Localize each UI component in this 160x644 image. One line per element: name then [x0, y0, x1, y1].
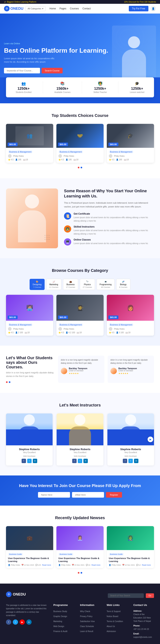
browse-course-card-2[interactable]: 👩‍🎓 $65.00 Business & Management Philip …	[56, 295, 104, 336]
dot-1[interactable]	[78, 167, 79, 168]
footer-search-input[interactable]	[108, 593, 144, 598]
news-body-3: Business Guide User Experience The Begin…	[107, 550, 154, 568]
why-item-certificate: 📜 Get Certificate Lorem ipsum dolor sit …	[64, 212, 154, 222]
footer-link-why-check[interactable]: Why Check	[80, 610, 90, 612]
footer-link-about[interactable]: About Us	[107, 625, 115, 628]
top-course-card-1[interactable]: 👥 $65.00 Business & Management Philip Ho…	[6, 124, 53, 163]
test-dot-2[interactable]	[9, 381, 10, 383]
browse-course-img-3: 👩 $65.00	[107, 295, 154, 321]
news-read-more-3[interactable]: Read more	[142, 564, 151, 566]
facebook-icon-1[interactable]: f	[22, 459, 26, 463]
footer-link-class-schedule[interactable]: Class Schedule	[80, 625, 94, 628]
instructors-title: Let's Meet Instructors	[6, 403, 154, 408]
instructor-role-1: Very Excellent	[8, 451, 50, 454]
test-dot-1[interactable]	[6, 381, 8, 383]
footer-link-privacy[interactable]: Privacy Policy	[80, 615, 92, 618]
browse-course-img-1: 👩‍💻 $65.00	[6, 295, 53, 321]
top-course-card-3[interactable]: 🎓 $65.00 Business & Management Philip Ho…	[107, 124, 154, 163]
user-icon[interactable]: 👤	[150, 6, 156, 11]
facebook-icon-2[interactable]: f	[72, 459, 76, 463]
cat-physics[interactable]: 🔭 Physics 27 Courses	[80, 279, 95, 290]
stat-students-num: 1250k+	[16, 86, 31, 91]
footer-link-admission[interactable]: Admission	[107, 630, 116, 632]
footer-link-notice[interactable]: Notice Board	[107, 615, 118, 618]
news-meta-2: 👤 Philip Holes 📅 15 Nov 2021 💬 16 Read m…	[58, 564, 102, 566]
browse-course-card-3[interactable]: 👩 $65.00 Business & Management Philip Ho…	[107, 295, 154, 336]
cat-business[interactable]: 💼 Business 17 Courses	[63, 279, 78, 290]
test-name-1: Backlay Tampson	[69, 367, 88, 370]
programming-icon: 💻	[104, 280, 107, 283]
cat-biology[interactable]: 🧬 Biology 8 Courses	[116, 279, 130, 290]
instructor-card-2[interactable]: Stephne Roberts Very Excellent Web Devel…	[57, 414, 103, 466]
footer-link-marketing[interactable]: Marketing	[53, 620, 62, 622]
instructor-card-3[interactable]: Stephne Roberts Very Excellent Web Devel…	[107, 414, 154, 466]
twitter-icon-2[interactable]: t	[78, 459, 82, 463]
cat-marketing[interactable]: 📈 Marketing 11 Courses	[46, 279, 61, 290]
news-dots	[6, 572, 154, 574]
footer-description: The passage is attributed to a stan law …	[6, 604, 47, 617]
testimonials-section: Let's What Our Students says about Ours …	[0, 346, 160, 393]
browse-avatar-3	[109, 327, 112, 331]
footer-search-button[interactable]: Go	[146, 593, 154, 598]
hero-search-button[interactable]: Search Course	[42, 68, 63, 74]
footer-youtube-icon[interactable]: ▶	[20, 620, 25, 625]
news-read-more-2[interactable]: Read more	[92, 564, 101, 566]
stat-divider-3	[118, 81, 118, 93]
news-card-2[interactable]: 👩‍💼 Business Guide User Experience The B…	[56, 526, 104, 568]
dot-2[interactable]	[81, 167, 82, 168]
news-card-1[interactable]: 💼 Business Guide User Experience The Beg…	[6, 526, 53, 568]
footer-link-support[interactable]: Term & Support	[107, 610, 120, 612]
nav-link-contact[interactable]: Contact	[83, 7, 91, 10]
cta-register-button[interactable]: Register	[106, 492, 122, 498]
svg-point-4	[47, 235, 47, 236]
svg-point-9	[45, 239, 45, 240]
nav-link-courses[interactable]: Courses	[70, 7, 79, 10]
footer-link-web-design[interactable]: Web Design	[53, 625, 64, 628]
footer-twitter-icon[interactable]: t	[13, 620, 18, 625]
twitter-icon-1[interactable]: t	[27, 459, 32, 463]
instructor-body-2: Stephne Roberts Very Excellent Web Devel…	[57, 445, 103, 466]
logo-icon: O	[4, 6, 10, 11]
news-dot-2[interactable]	[81, 572, 82, 574]
logo[interactable]: O ONEDU	[4, 6, 23, 11]
news-tag-2: Business Guide	[58, 553, 73, 556]
footer-link-learn-result[interactable]: Learn & Result	[80, 630, 93, 632]
footer-link-satisfaction[interactable]: Satisfaction Vow	[80, 620, 95, 622]
linkedin-icon-1[interactable]: in	[33, 459, 37, 463]
cat-designing[interactable]: 🎨 Designing 7 Courses	[30, 279, 44, 290]
browse-course-card-1[interactable]: 👩‍💻 $65.00 Business & Management Philip …	[6, 295, 53, 336]
course-body-3: Business & Management Philip Holes ⭐ 4.5…	[107, 148, 154, 163]
course-students-2: 👤 195	[66, 158, 72, 161]
top-course-card-2[interactable]: 🤝 $65.00 Business & Management Philip Ho…	[56, 124, 104, 163]
footer-link-finance[interactable]: Finance & Audit	[53, 630, 67, 632]
facebook-icon-3[interactable]: f	[123, 459, 127, 463]
instructor-next-button[interactable]: ▶	[148, 436, 153, 442]
footer-link-item: Term & Support	[107, 609, 127, 613]
footer-facebook-icon[interactable]: f	[6, 620, 11, 625]
news-dot-1[interactable]	[78, 572, 79, 574]
cta-section: Have You Interest To Join Our Course Ple…	[0, 476, 160, 506]
nav-link-home[interactable]: Home	[50, 7, 56, 10]
try-free-button[interactable]: Try For Free	[129, 6, 148, 11]
news-tag-3: Business Guide	[109, 553, 124, 556]
category-tabs: 🎨 Designing 7 Courses 📈 Marketing 11 Cou…	[6, 279, 154, 290]
linkedin-icon-3[interactable]: in	[134, 459, 138, 463]
footer-socials: f t ▶ in	[6, 620, 47, 625]
instructor-card-1[interactable]: Stephne Roberts Very Excellent Web Devel…	[6, 414, 53, 466]
news-card-3[interactable]: 👩‍🏫 Business Guide User Experience The B…	[107, 526, 154, 568]
linkedin-icon-2[interactable]: in	[84, 459, 88, 463]
hero-search-input[interactable]	[4, 68, 40, 74]
nav-link-pages[interactable]: Pages	[60, 7, 66, 10]
twitter-icon-3[interactable]: t	[128, 459, 133, 463]
hero-search: Search Course	[4, 68, 112, 74]
footer-linkedin-icon[interactable]: in	[26, 620, 32, 625]
footer-link-terms[interactable]: Terms & Condition	[107, 620, 123, 622]
testimonial-title: Let's What Our Students says about Ours …	[6, 356, 54, 369]
news-read-more-1[interactable]: Read more	[42, 564, 51, 566]
cta-name-input[interactable]	[38, 492, 70, 498]
footer-link-graphic-design[interactable]: Graphic Design	[53, 615, 67, 618]
cta-email-input[interactable]	[72, 492, 104, 498]
footer-link-business-study[interactable]: Business Study	[53, 610, 67, 612]
category-dropdown[interactable]: All Categories ▾	[25, 6, 45, 11]
cat-programming[interactable]: 💻 Programming 48 Courses	[97, 279, 115, 290]
